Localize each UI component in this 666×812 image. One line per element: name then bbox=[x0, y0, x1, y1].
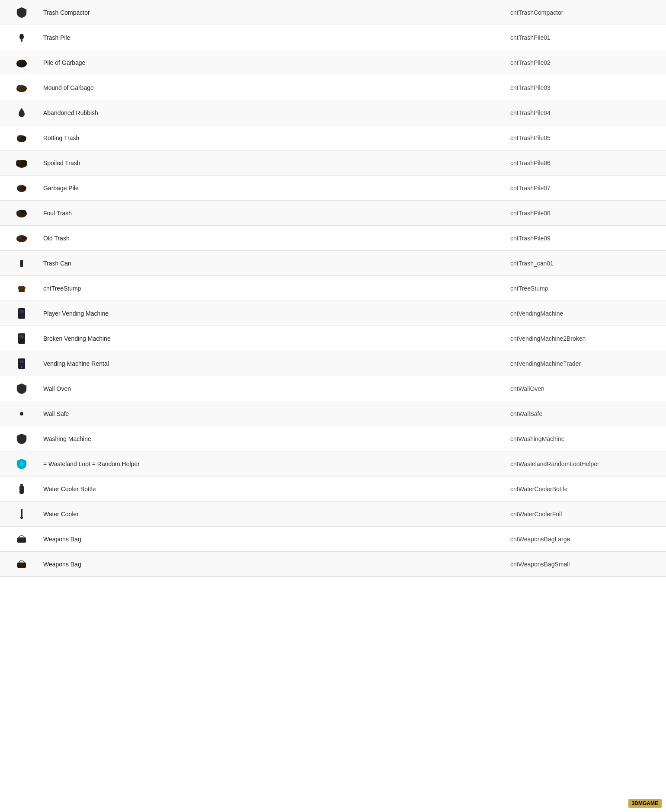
item-code: cntTrashPile04 bbox=[510, 109, 657, 116]
item-icon bbox=[9, 483, 35, 495]
table-row: cntTreeStump cntTreeStump bbox=[0, 276, 666, 301]
item-icon bbox=[9, 158, 35, 168]
item-code: cntTrashPile08 bbox=[510, 210, 657, 217]
svg-rect-35 bbox=[19, 314, 21, 315]
item-icon bbox=[9, 508, 35, 520]
svg-point-5 bbox=[22, 60, 25, 62]
svg-point-47 bbox=[20, 412, 23, 416]
item-name: Garbage Pile bbox=[35, 185, 510, 192]
item-name: cntTreeStump bbox=[35, 285, 510, 292]
item-icon bbox=[9, 32, 35, 43]
item-code: cntWaterCoolerFull bbox=[510, 511, 657, 518]
item-name: Player Vending Machine bbox=[35, 310, 510, 317]
item-code: cntTrashPile06 bbox=[510, 160, 657, 166]
svg-point-0 bbox=[19, 34, 24, 40]
item-code: cntTrashPile02 bbox=[510, 59, 657, 66]
svg-point-10 bbox=[17, 135, 22, 139]
item-code: cntTrashPile09 bbox=[510, 235, 657, 242]
item-code: cntTrashPile07 bbox=[510, 185, 657, 192]
svg-point-14 bbox=[21, 160, 27, 163]
item-icon bbox=[9, 283, 35, 294]
item-code: cntWaterCoolerBottle bbox=[510, 486, 657, 492]
svg-rect-48 bbox=[20, 484, 23, 486]
item-name: Weapons Bag bbox=[35, 536, 510, 543]
svg-point-11 bbox=[21, 136, 26, 140]
item-icon bbox=[9, 259, 35, 268]
item-name: Mound of Garbage bbox=[35, 84, 510, 91]
item-icon bbox=[9, 411, 35, 417]
svg-rect-45 bbox=[22, 364, 24, 365]
item-code: cntWallOven bbox=[510, 385, 657, 392]
svg-rect-34 bbox=[19, 310, 24, 313]
table-row: Foul Trash cntTrashPile08 bbox=[0, 201, 666, 226]
item-icon bbox=[9, 58, 35, 68]
table-row: Broken Vending Machine cntVendingMachine… bbox=[0, 326, 666, 351]
item-code: cntTrashCompactor bbox=[510, 9, 657, 16]
svg-point-46 bbox=[21, 366, 22, 368]
table-row: Spoiled Trash cntTrashPile06 bbox=[0, 150, 666, 176]
svg-rect-41 bbox=[19, 339, 24, 342]
item-icon bbox=[9, 458, 35, 470]
svg-rect-49 bbox=[19, 486, 24, 493]
item-name: Rotting Trash bbox=[35, 134, 510, 141]
item-icon bbox=[9, 433, 35, 445]
svg-point-8 bbox=[22, 86, 26, 89]
item-icon bbox=[9, 332, 35, 345]
svg-point-24 bbox=[22, 237, 27, 239]
svg-point-13 bbox=[16, 160, 21, 164]
item-name: Wall Oven bbox=[35, 385, 510, 392]
item-icon bbox=[9, 133, 35, 143]
item-name: Trash Pile bbox=[35, 34, 510, 41]
table-row: = Wasteland Loot = Random Helper cntWast… bbox=[0, 451, 666, 476]
svg-rect-51 bbox=[20, 488, 23, 489]
table-row: Trash Compactor cntTrashCompactor bbox=[0, 0, 666, 25]
svg-rect-36 bbox=[22, 314, 24, 315]
svg-rect-53 bbox=[20, 517, 23, 518]
item-name: Foul Trash bbox=[35, 210, 510, 217]
item-code: cntTrashPile03 bbox=[510, 84, 657, 91]
item-name: Pile of Garbage bbox=[35, 59, 510, 66]
item-code: cntVendingMachineTrader bbox=[510, 360, 657, 367]
table-row: Water Cooler Bottle cntWaterCoolerBottle bbox=[0, 476, 666, 502]
item-code: cntWallSafe bbox=[510, 410, 657, 417]
svg-rect-27 bbox=[20, 266, 23, 267]
table-row: Player Vending Machine cntVendingMachine bbox=[0, 301, 666, 326]
item-code: cntWeaponsBagSmall bbox=[510, 561, 657, 568]
svg-rect-26 bbox=[20, 260, 23, 261]
item-name: Wall Safe bbox=[35, 410, 510, 417]
table-row: Trash Can cntTrash_can01 bbox=[0, 251, 666, 276]
table-row: Garbage Pile cntTrashPile07 bbox=[0, 176, 666, 201]
table-row: Wall Safe cntWallSafe bbox=[0, 401, 666, 426]
svg-point-23 bbox=[17, 236, 21, 239]
item-icon bbox=[9, 208, 35, 218]
svg-rect-54 bbox=[21, 518, 22, 519]
svg-rect-44 bbox=[19, 364, 21, 365]
item-name: Trash Compactor bbox=[35, 9, 510, 16]
item-name: Spoiled Trash bbox=[35, 160, 510, 166]
item-name: Water Cooler Bottle bbox=[35, 486, 510, 492]
svg-rect-43 bbox=[19, 360, 24, 363]
item-icon bbox=[9, 6, 35, 19]
item-icon bbox=[9, 83, 35, 93]
table-row: Water Cooler cntWaterCoolerFull bbox=[0, 502, 666, 527]
table-row: Vending Machine Rental cntVendingMachine… bbox=[0, 351, 666, 376]
items-table: Trash Compactor cntTrashCompactor Trash … bbox=[0, 0, 666, 577]
item-name: Broken Vending Machine bbox=[35, 335, 510, 342]
item-name: = Wasteland Loot = Random Helper bbox=[35, 460, 510, 467]
table-row: Trash Pile cntTrashPile01 bbox=[0, 25, 666, 50]
svg-point-4 bbox=[18, 60, 22, 64]
item-name: Old Trash bbox=[35, 235, 510, 242]
table-row: Mound of Garbage cntTrashPile03 bbox=[0, 75, 666, 100]
svg-point-7 bbox=[17, 85, 21, 89]
svg-point-16 bbox=[17, 185, 22, 189]
table-row: Old Trash cntTrashPile09 bbox=[0, 226, 666, 251]
table-row: Abandoned Rubbish cntTrashPile04 bbox=[0, 100, 666, 125]
svg-rect-55 bbox=[17, 537, 26, 543]
svg-rect-37 bbox=[19, 316, 24, 318]
svg-point-61 bbox=[20, 565, 23, 567]
item-code: cntVendingMachine2Broken bbox=[510, 335, 657, 342]
svg-point-50 bbox=[19, 492, 24, 494]
table-row: Washing Machine cntWashingMachine bbox=[0, 426, 666, 451]
item-code: cntWeaponsBagLarge bbox=[510, 536, 657, 543]
item-icon bbox=[9, 307, 35, 320]
